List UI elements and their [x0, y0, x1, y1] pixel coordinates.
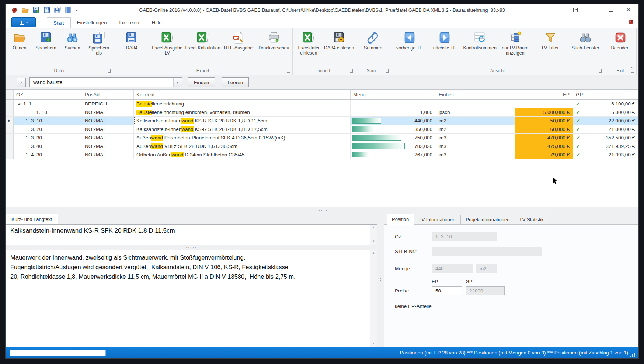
- table-row[interactable]: 1. 1. 10 NORMAL Baustelleneinrichtung ei…: [6, 108, 638, 117]
- dialog-launcher-icon[interactable]: [599, 69, 602, 73]
- resize-grip-icon[interactable]: [634, 353, 635, 354]
- table-row[interactable]: ◢1. 1 BEREICH Baustelleneinrichtung ✔6.1…: [6, 100, 638, 108]
- druckvorschau-button[interactable]: Druckvorschau: [256, 30, 292, 66]
- column-header-posart[interactable]: PosArt: [82, 90, 134, 99]
- check-icon: ✔: [576, 126, 580, 132]
- oz-field: [432, 232, 497, 241]
- vorherige-te-button[interactable]: vorherige TE: [392, 30, 427, 66]
- tab-kurz-und-langtext[interactable]: Kurz- und Langtext: [6, 214, 58, 224]
- fullscreen-icon[interactable]: [571, 7, 579, 13]
- table-row[interactable]: 1. 3. 40 NORMAL Außenwand VHLz SFK 28 RD…: [6, 142, 638, 150]
- search-combobox[interactable]: ▾: [29, 77, 182, 87]
- summen-button[interactable]: Summen: [356, 30, 390, 66]
- table-row[interactable]: 1. 3. 30 NORMAL Außenwand Porenbeton-Pla…: [6, 134, 638, 142]
- tab-projektinformationen[interactable]: Projektinformationen: [460, 215, 515, 225]
- oz-label: OZ: [395, 234, 432, 239]
- scroll-down-icon[interactable]: ▼: [372, 240, 375, 243]
- clear-search-icon[interactable]: ×: [17, 78, 26, 87]
- scroll-down-icon[interactable]: ▼: [372, 342, 375, 346]
- scrollbar[interactable]: ▲ ▼: [370, 225, 377, 245]
- exceldatei-einlesen-button[interactable]: Exceldatei einlesen: [293, 30, 324, 66]
- ribbon-group-datei: Öffnen Speichern Suchen Speichern als Da…: [6, 28, 113, 75]
- table-row[interactable]: 1. 4. 30 NORMAL Ortbeton Außenwand D 24c…: [6, 150, 638, 159]
- vertical-splitter[interactable]: ⋮: [377, 213, 384, 347]
- save-all-icon[interactable]: [43, 7, 50, 13]
- minimize-icon[interactable]: [589, 7, 597, 13]
- beenden-button[interactable]: Beenden: [605, 30, 636, 66]
- leeren-button[interactable]: Leeren: [222, 77, 249, 87]
- suchen-button[interactable]: Suchen: [59, 30, 86, 66]
- collapse-ribbon-icon[interactable]: ˆ: [629, 67, 635, 73]
- ribbon-group-label: Import: [317, 68, 330, 73]
- kurztext-value[interactable]: Kalksandstein-Innenwand KS-R SFK 20 RDK …: [6, 225, 370, 245]
- speichern-button[interactable]: Speichern: [33, 30, 59, 66]
- tab-hilfe[interactable]: Hilfe: [146, 17, 168, 28]
- close-icon[interactable]: ×: [624, 7, 633, 13]
- da84-button[interactable]: DA84: [114, 30, 149, 66]
- combo-dropdown-icon[interactable]: ▾: [173, 78, 182, 87]
- dialog-launcher-icon[interactable]: [287, 69, 290, 73]
- check-icon: ✔: [576, 118, 580, 124]
- binoculars-icon: [66, 31, 79, 44]
- tab-lizenzen[interactable]: Lizenzen: [113, 17, 146, 28]
- save-icon[interactable]: [33, 7, 39, 13]
- search-input[interactable]: [30, 78, 173, 87]
- expander-icon[interactable]: ◢: [18, 102, 20, 105]
- column-header-kurztext[interactable]: Kurztext: [134, 90, 351, 99]
- table-row-selected[interactable]: ▶ 1. 3. 10 NORMAL Kalksandstein-Innenwan…: [6, 117, 638, 125]
- tab-position[interactable]: Position: [387, 214, 414, 225]
- lv-filter-button[interactable]: LV Filter: [533, 30, 568, 66]
- quick-access-toolbar: ▾: [6, 7, 77, 13]
- langtext-value[interactable]: Mauerwerk der Innenwand, zweiseitig als …: [6, 250, 370, 347]
- scrollbar[interactable]: ▲ ▼: [370, 250, 377, 347]
- table-refresh-icon: [474, 31, 486, 44]
- funnel-icon: [544, 31, 557, 44]
- kontrollsummen-button[interactable]: Kontrollsummen: [462, 30, 498, 66]
- ribbon-tabs: Start Einstellungen Lizenzen Hilfe: [47, 17, 168, 28]
- report-icon[interactable]: [65, 7, 71, 13]
- column-header-ep[interactable]: EP: [515, 90, 573, 99]
- column-header-einheit[interactable]: Einheit: [436, 90, 515, 99]
- da84-einlesen-button[interactable]: DA84 einlesen: [324, 30, 355, 66]
- scroll-up-icon[interactable]: ▲: [372, 251, 375, 255]
- scroll-up-icon[interactable]: ▲: [372, 226, 375, 229]
- tab-einstellungen[interactable]: Einstellungen: [71, 17, 113, 28]
- rtf-ausgabe-button[interactable]: RTF-Ausgabe: [220, 30, 256, 66]
- dialog-launcher-icon[interactable]: [386, 69, 389, 73]
- kurztext-box[interactable]: Kalksandstein-Innenwand KS-R SFK 20 RDK …: [6, 224, 377, 245]
- open-icon[interactable]: [22, 7, 29, 13]
- ribbon-group-label: Exit: [616, 68, 624, 73]
- check-icon: ✔: [576, 143, 580, 149]
- menge-label: Menge: [395, 266, 432, 271]
- table-row[interactable]: 1. 3. 20 NORMAL Kalksandstein-Innenwand …: [6, 125, 638, 134]
- column-header-menge[interactable]: Menge: [351, 90, 436, 99]
- tab-lv-informationen[interactable]: LV Informationen: [414, 215, 460, 225]
- application-menu-button[interactable]: ▾: [11, 17, 36, 27]
- tab-lv-statistik[interactable]: LV Statistik: [515, 215, 549, 225]
- ep-field[interactable]: [432, 286, 462, 295]
- ribbon: Öffnen Speichern Suchen Speichern als Da…: [6, 28, 638, 75]
- save-as-icon[interactable]: [54, 7, 61, 13]
- menge-field: [432, 264, 473, 273]
- langtext-box[interactable]: Mauerwerk der Innenwand, zweiseitig als …: [6, 250, 377, 347]
- speichern-als-button[interactable]: Speichern als: [86, 30, 112, 66]
- excel-kalkulation-button[interactable]: Excel Kalkulation: [185, 30, 220, 66]
- floppy-icon: [125, 31, 138, 44]
- naechste-te-button[interactable]: nächste TE: [427, 30, 463, 66]
- dialog-launcher-icon[interactable]: [108, 69, 111, 73]
- oeffnen-button[interactable]: Öffnen: [6, 30, 33, 66]
- column-header-oz[interactable]: OZ: [14, 90, 82, 99]
- nur-lv-baum-anzeigen-button[interactable]: nur LV-Baum anzeigen: [498, 30, 533, 66]
- qat-more-icon[interactable]: ▾: [76, 8, 77, 12]
- text-splitter[interactable]: ·····: [6, 245, 377, 250]
- excel-ausgabe-lv-button[interactable]: Excel Ausgabe LV: [149, 30, 185, 66]
- stlb-label: STLB-Nr.:: [395, 249, 432, 254]
- finden-button[interactable]: Finden: [188, 77, 215, 87]
- horizontal-splitter[interactable]: ·····: [6, 207, 638, 213]
- ribbon-group-label: Datei: [54, 68, 64, 73]
- such-fenster-button[interactable]: Such-Fenster: [568, 30, 603, 66]
- column-header-gp[interactable]: GP: [573, 90, 638, 99]
- maximize-icon[interactable]: [607, 7, 615, 13]
- dialog-launcher-icon[interactable]: [350, 69, 353, 73]
- tab-start[interactable]: Start: [47, 17, 71, 28]
